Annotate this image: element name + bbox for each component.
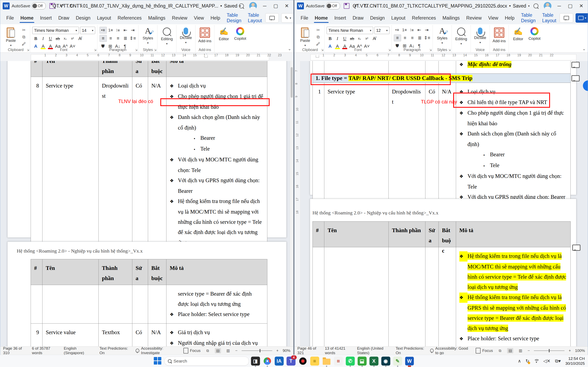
zoom-thumb[interactable] [259, 349, 260, 352]
decrease-indent-button[interactable]: ⇤ [416, 27, 423, 33]
editor-button[interactable]: ✍ Editor [511, 25, 526, 47]
tab-design[interactable]: Design [367, 13, 388, 23]
document-page-2[interactable]: Hệ thống <Roaming 2.0> - Nghiệp vụ cấu h… [310, 199, 576, 347]
font-name-input[interactable]: Times New Roman▾ [32, 27, 79, 34]
autosave-toggle[interactable]: Off [326, 2, 340, 9]
taskbar-app-chrome[interactable] [263, 357, 272, 366]
bullet-list-button[interactable]: •≡ [99, 27, 107, 34]
tab-mailings[interactable]: Mailings [145, 13, 168, 23]
tab-table-design[interactable]: Table Design [224, 10, 245, 26]
tab-design[interactable]: Design [72, 13, 94, 23]
editing-button[interactable]: Editing▾ [454, 25, 468, 47]
page-indicator[interactable]: Page 46 of 321 [297, 346, 319, 355]
align-center-button[interactable]: ≡ [107, 35, 114, 42]
focus-button[interactable]: Focus [476, 348, 493, 354]
tab-insert[interactable]: Insert [37, 13, 55, 23]
justify-button[interactable]: ≣ [416, 35, 423, 41]
tab-review[interactable]: Review [463, 13, 485, 23]
underline-button[interactable]: U [341, 35, 348, 42]
dictate-button[interactable]: Dictate▾ [473, 25, 487, 47]
editing-mode-button[interactable]: ✎▾ [281, 13, 294, 23]
tab-home[interactable]: Home [17, 13, 37, 23]
line-spacing-button[interactable]: ⇕≡ [129, 35, 136, 42]
horizontal-ruler[interactable]: 12345678910111213141516171819202122 [294, 53, 588, 62]
strikethrough-button[interactable]: ab [349, 35, 355, 42]
saved-status[interactable]: Saved [224, 3, 237, 9]
underline-button[interactable]: U [47, 35, 54, 42]
taskbar-app-teams[interactable]: T4 [286, 357, 295, 366]
start-button[interactable] [153, 357, 162, 366]
increase-indent-button[interactable]: ⇥ [423, 27, 430, 33]
strikethrough-button[interactable]: ab [54, 35, 61, 42]
cut-button[interactable]: ✂ [20, 27, 28, 33]
document-page-1[interactable]: # Tên Thành phần Sửa Bắt buộc Mô tả 8 Se… [7, 61, 286, 238]
dictate-button[interactable]: Dictate▾ [179, 25, 193, 47]
clear-formatting-button[interactable]: A̸ [371, 35, 378, 42]
accessibility-status[interactable]: Accessibility: Good to go [430, 346, 470, 355]
photos-language-icon[interactable]: ⧉♥ [555, 359, 561, 364]
increase-indent-button[interactable]: ⇥ [129, 27, 136, 33]
accessibility-status[interactable]: Accessibility: Investigate [136, 346, 178, 355]
align-right-button[interactable]: ≡ [409, 35, 416, 41]
bold-button[interactable]: B [32, 35, 39, 42]
tab-file[interactable]: File [3, 13, 17, 23]
copy-button[interactable]: ⧉ [314, 34, 322, 40]
saved-status[interactable]: Saved [513, 3, 526, 9]
taskbar-app-file-explorer[interactable] [322, 357, 331, 366]
cut-button[interactable]: ✂ [314, 27, 322, 33]
minimize-button[interactable]: ─ [557, 3, 562, 9]
tab-review[interactable]: Review [169, 13, 190, 23]
close-button[interactable]: ✕ [579, 3, 584, 9]
vertical-ruler[interactable]: 789101112131415161718 [294, 61, 300, 347]
zoom-level[interactable]: 100% [575, 349, 585, 353]
tab-help[interactable]: Help [502, 13, 518, 23]
web-layout-button[interactable]: ▥ [517, 348, 523, 353]
maximize-button[interactable]: ▢ [273, 3, 278, 9]
autosave-toggle[interactable]: Off [32, 2, 46, 9]
taskbar-app-whatsapp[interactable]: ✆ [346, 357, 355, 366]
copilot-button[interactable]: Copilot [233, 25, 248, 47]
tab-insert[interactable]: Insert [331, 13, 349, 23]
autosave-control[interactable]: AutoSave Off [12, 2, 46, 9]
editor-button[interactable]: ✍ Editor [216, 25, 231, 47]
tab-layout[interactable]: Layout [94, 13, 114, 23]
addins-button[interactable]: Add-ins [492, 25, 507, 47]
tab-help[interactable]: Help [207, 13, 224, 23]
line-spacing-button[interactable]: ⇕≡ [424, 35, 431, 41]
font-size-input[interactable]: 14▾ [80, 27, 95, 34]
paragraph-launcher-icon[interactable]: ⇲ [135, 48, 138, 52]
language-indicator[interactable]: English (United States) [357, 346, 390, 355]
superscript-button[interactable]: x² [363, 35, 370, 42]
text-predictions[interactable]: Text Predictions: On [99, 346, 130, 355]
zoom-in-button[interactable]: + [276, 349, 279, 353]
read-mode-button[interactable]: ⧉ [205, 348, 211, 353]
taskbar-app-screen-cast-app[interactable]: ⬓ [357, 357, 366, 366]
text-predictions[interactable]: Text Predictions: On [396, 346, 424, 355]
tab-file[interactable]: File [297, 13, 311, 23]
tab-table-layout[interactable]: Table Layout [539, 10, 560, 26]
subscript-button[interactable]: x₂ [356, 35, 363, 42]
comment-marker[interactable] [572, 245, 580, 251]
numbered-list-button[interactable]: 1≡ [401, 27, 408, 33]
multilevel-list-button[interactable]: ⁝≡ [408, 27, 415, 33]
comments-button[interactable] [265, 13, 279, 23]
subscript-button[interactable]: x₂ [62, 35, 69, 42]
maximize-button[interactable]: ▢ [568, 3, 573, 9]
editing-button[interactable]: Editing▾ [159, 25, 174, 47]
taskbar-app-company-logo-app[interactable]: ◉ [381, 357, 390, 366]
multilevel-list-button[interactable]: ⁝≡ [115, 27, 121, 33]
zoom-out-button[interactable]: − [527, 349, 530, 353]
ribbon-collapse-icon[interactable]: ⌄ [582, 46, 586, 51]
zoom-out-button[interactable]: − [235, 349, 238, 353]
numbered-list-button[interactable]: 1≡ [107, 27, 114, 33]
zoom-level[interactable]: 90% [283, 349, 290, 353]
tab-references[interactable]: References [114, 13, 145, 23]
language-indicator[interactable]: English (Singapore) [64, 346, 94, 355]
font-launcher-icon[interactable]: ⇲ [388, 48, 391, 52]
zoom-thumb[interactable] [549, 349, 550, 352]
align-left-button[interactable]: ≡ [99, 35, 107, 42]
vertical-scrollbar[interactable] [290, 61, 293, 347]
align-left-button[interactable]: ≡ [394, 34, 401, 42]
bullet-list-button[interactable]: •≡ [394, 27, 401, 33]
styles-button[interactable]: A🖌 Styles▾ [140, 25, 155, 47]
